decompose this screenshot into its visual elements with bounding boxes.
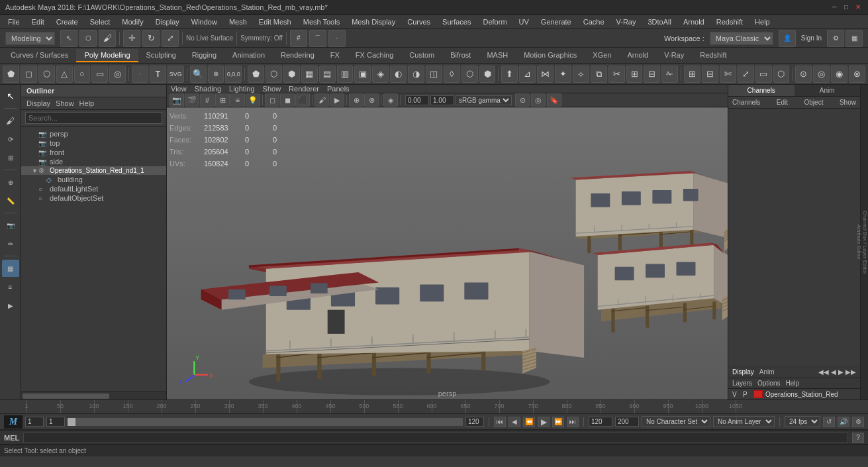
sign-in-icon[interactable]: 👤 (779, 30, 796, 47)
attr-tool[interactable]: ▦ (2, 260, 19, 277)
vp-menu-show[interactable]: Show (263, 85, 281, 93)
bridge-icon[interactable]: ▣ (354, 66, 371, 83)
frame-slider-thumb[interactable] (68, 418, 75, 426)
camera-tool[interactable]: 📷 (2, 217, 19, 234)
tab-motion-graphics[interactable]: Motion Graphics (516, 49, 585, 62)
text-tool-icon[interactable]: T (150, 66, 166, 83)
vp-shade-icon[interactable]: ◼ (280, 93, 295, 107)
options-menu[interactable]: Options (757, 380, 780, 387)
snap-point-icon[interactable]: · (328, 30, 346, 47)
vp-menu-panels[interactable]: Panels (327, 85, 350, 93)
colorspace-select[interactable]: sRGB gamma (456, 95, 512, 105)
tab-rigging[interactable]: Rigging (184, 49, 224, 62)
vp-paint-icon[interactable]: 🖌 (314, 93, 329, 107)
rls-prev-btn[interactable]: ◀◀ (818, 368, 829, 376)
anim-settings-btn[interactable]: ⚙ (852, 417, 864, 427)
transform-uv-icon[interactable]: ⤢ (738, 66, 754, 83)
poly-cone-icon[interactable]: △ (56, 66, 73, 83)
timeline-ruler[interactable]: 1501001502002503003504004505005506006507… (26, 400, 736, 413)
menu-curves[interactable]: Curves (402, 17, 436, 27)
isolate-icon[interactable]: ◎ (813, 66, 830, 83)
fill-icon[interactable]: ◈ (372, 66, 389, 83)
gamma-input[interactable] (430, 95, 454, 105)
scale-icon[interactable]: ⤢ (162, 30, 179, 47)
vp-ik-icon[interactable]: ⊕ (349, 93, 363, 107)
outliner-help-menu[interactable]: Help (79, 99, 95, 107)
reduce-icon[interactable]: ◊ (444, 66, 460, 83)
multi-cut-icon[interactable]: ✁ (661, 66, 678, 83)
play-btn[interactable]: ▶ (538, 417, 550, 427)
ref-icon[interactable]: ⊕ (208, 66, 224, 83)
tree-item-top[interactable]: 📷 top (21, 138, 166, 148)
menu-mesh-display[interactable]: Mesh Display (346, 17, 401, 27)
tab-sculpting[interactable]: Sculpting (138, 49, 184, 62)
vp-grid-icon[interactable]: # (200, 93, 215, 107)
menu-surfaces[interactable]: Surfaces (437, 17, 476, 27)
menu-mesh[interactable]: Mesh (224, 17, 252, 27)
tree-item-operations-station[interactable]: ▼ ⚙ Operations_Station_Red_nd1_1 (21, 166, 166, 175)
vp-tex-icon[interactable]: ⬛ (295, 93, 310, 107)
retopo-icon[interactable]: ⬢ (479, 66, 496, 83)
annotation-tool[interactable]: ✏ (2, 235, 19, 252)
combine-icon[interactable]: ▦ (301, 66, 318, 83)
mel-input[interactable] (23, 433, 848, 443)
menu-display[interactable]: Display (150, 17, 185, 27)
rls-next-btn[interactable]: ▶▶ (845, 368, 856, 376)
vp-menu-lighting[interactable]: Lighting (229, 85, 255, 93)
vp-wire-icon[interactable]: ◻ (265, 93, 279, 107)
vp-menu-shading[interactable]: Shading (195, 85, 221, 93)
mirror-icon[interactable]: ◫ (426, 66, 442, 83)
cylindrical-map-icon[interactable]: ⬡ (773, 66, 790, 83)
tree-item-default-object-set[interactable]: ○ defaultObjectSet (21, 193, 166, 203)
boolean-int-icon[interactable]: ⬢ (283, 66, 300, 83)
workspace-dropdown[interactable]: Maya Classic (710, 32, 773, 45)
menu-edit-mesh[interactable]: Edit Mesh (254, 17, 297, 27)
tree-item-default-light-set[interactable]: ○ defaultLightSet (21, 184, 166, 193)
start-frame-input[interactable] (46, 417, 65, 427)
hscroll-thumb[interactable] (23, 393, 109, 399)
snap-grid-icon[interactable]: # (290, 30, 307, 47)
poly-cylinder-icon[interactable]: ⬡ (38, 66, 55, 83)
menu-redshift[interactable]: Redshift (711, 17, 748, 27)
poly-disc-icon[interactable]: ◎ (109, 66, 126, 83)
select-tool[interactable]: ↖ (2, 87, 19, 105)
outliner-show-menu[interactable]: Show (56, 99, 74, 107)
menu-modify[interactable]: Modify (117, 17, 148, 27)
tab-fx[interactable]: FX (322, 49, 348, 62)
poly-torus-icon[interactable]: ○ (74, 66, 91, 83)
menu-arnold[interactable]: Arnold (678, 17, 710, 27)
boolean-diff-icon[interactable]: ⬡ (265, 66, 282, 83)
snap-tool[interactable]: ⊕ (2, 174, 19, 191)
loop-btn[interactable]: ↺ (823, 417, 835, 427)
rotate-icon[interactable]: ↻ (142, 30, 160, 47)
insert-loop-icon[interactable]: ⊞ (626, 66, 643, 83)
menu-select[interactable]: Select (85, 17, 116, 27)
measure-tool[interactable]: 📏 (2, 192, 19, 209)
vp-attr-icon[interactable]: ≡ (230, 93, 245, 107)
select-icon[interactable]: ↖ (60, 30, 77, 47)
render-tool[interactable]: ▶ (2, 297, 19, 314)
max-frame-input[interactable] (615, 417, 639, 427)
step-back-btn[interactable]: ◀ (508, 417, 520, 427)
svg-icon[interactable]: SVG (168, 66, 184, 83)
offset-loop-icon[interactable]: ⊟ (644, 66, 660, 83)
display-tab[interactable]: Display (732, 368, 754, 376)
cut-sew-icon[interactable]: ✄ (720, 66, 736, 83)
poly-sphere-icon[interactable]: ⬟ (3, 66, 19, 83)
menu-generate[interactable]: Generate (536, 17, 577, 27)
vp-uv-icon[interactable]: ⊞ (215, 93, 230, 107)
tab-vray[interactable]: V-Ray (656, 49, 692, 62)
vp-hud-icon[interactable]: ◈ (383, 93, 398, 107)
anim-layer-select[interactable]: No Anim Layer (713, 416, 775, 427)
vp-focus-icon[interactable]: ◎ (531, 93, 546, 107)
remesh-icon[interactable]: ⬡ (461, 66, 478, 83)
channels-menu[interactable]: Channels (732, 99, 760, 106)
chamfer-icon[interactable]: ⟡ (573, 66, 589, 83)
poly-cube-icon[interactable]: ◻ (21, 66, 37, 83)
vp-ncloth-icon[interactable]: ⊗ (364, 93, 379, 107)
separate-icon[interactable]: ▤ (319, 66, 336, 83)
menu-window[interactable]: Window (186, 17, 222, 27)
menu-edit[interactable]: Edit (26, 17, 50, 27)
marquee-tool[interactable]: ⊞ (2, 149, 19, 166)
audio-btn[interactable]: 🔊 (838, 417, 849, 427)
